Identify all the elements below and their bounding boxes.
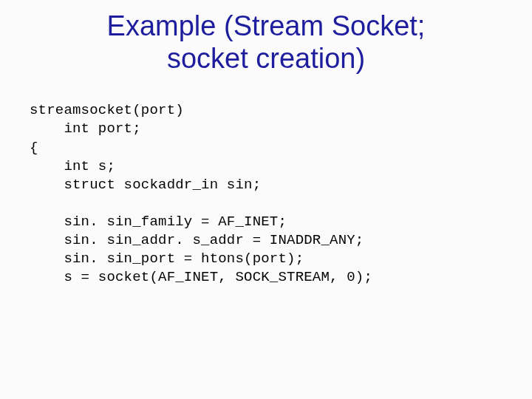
slide-title: Example (Stream Socket; socket creation)	[0, 0, 532, 75]
title-line-1: Example (Stream Socket;	[107, 10, 426, 41]
code-line: sin. sin_port = htons(port);	[30, 250, 304, 267]
code-line: int s;	[30, 158, 115, 174]
slide: Example (Stream Socket; socket creation)…	[0, 0, 532, 399]
code-line: sin. sin_addr. s_addr = INADDR_ANY;	[30, 232, 364, 248]
code-block: streamsocket(port) int port; { int s; st…	[0, 75, 532, 287]
code-line: int port;	[30, 120, 141, 137]
code-line: struct sockaddr_in sin;	[30, 177, 261, 193]
title-line-2: socket creation)	[167, 43, 365, 74]
code-line: streamsocket(port)	[30, 102, 184, 118]
code-line: s = socket(AF_INET, SOCK_STREAM, 0);	[30, 269, 372, 285]
code-line: sin. sin_family = AF_INET;	[30, 214, 287, 230]
code-line: {	[30, 140, 38, 156]
